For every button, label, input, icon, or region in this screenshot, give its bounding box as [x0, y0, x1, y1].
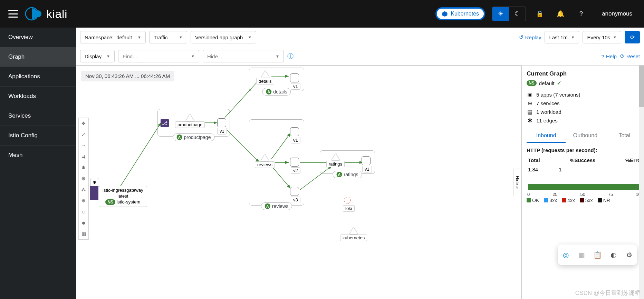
gateway-color-icon	[90, 186, 98, 200]
namespace-select[interactable]: Namespace: default ▼	[80, 31, 146, 43]
watermark: CSDN @今日重到苏澜桥	[575, 289, 641, 297]
notifications-icon[interactable]: 🔔	[554, 7, 567, 21]
wl-ratings-v1[interactable]	[362, 156, 371, 165]
svg-point-1	[35, 10, 41, 17]
chevron-down-icon: ▼	[179, 35, 183, 39]
node-loki[interactable]	[344, 197, 351, 204]
svc-ratings[interactable]: ratings	[326, 153, 345, 167]
hide-input[interactable]: ▼	[203, 50, 284, 62]
svc-productpage[interactable]: productpage	[175, 114, 205, 128]
layout-2-tool[interactable]: ⇉	[79, 151, 88, 162]
find-input[interactable]: ▼	[118, 50, 199, 62]
refresh-icon: ⟳	[630, 34, 635, 41]
fc-clipboard-icon[interactable]: 📋	[593, 250, 602, 260]
sidebar-item-istio-config[interactable]: Istio Config	[0, 126, 76, 146]
legend-tool[interactable]: ▦	[79, 228, 88, 239]
node-kubernetes[interactable]: kubernetes	[340, 227, 367, 241]
replay-button[interactable]: ↺Replay	[519, 34, 541, 40]
wl-reviews-v2[interactable]	[290, 158, 299, 167]
chevron-down-icon: ▼	[191, 54, 195, 58]
svc-details[interactable]: details	[256, 71, 274, 84]
refresh-button[interactable]: ⟳	[625, 31, 640, 43]
tab-total[interactable]: Total	[605, 129, 644, 143]
drag-tool[interactable]: ✥	[79, 118, 88, 129]
face-2-tool[interactable]: ☻	[79, 217, 88, 228]
ns-badge: NS	[105, 199, 115, 205]
theme-light-button[interactable]: ☀	[492, 7, 509, 21]
sidebar-item-workloads[interactable]: Workloads	[0, 87, 76, 106]
security-icon[interactable]: 🔒	[533, 7, 547, 21]
info-icon[interactable]: ⓘ	[287, 52, 294, 60]
traffic-label: Traffic	[154, 34, 168, 40]
time-range-select[interactable]: Last 1m ▼	[545, 31, 579, 43]
sidebar-item-applications[interactable]: Applications	[0, 67, 76, 87]
main-content: Namespace: default ▼ Traffic ▼ Versioned…	[76, 28, 644, 299]
hide-field[interactable]	[207, 53, 273, 59]
nav-toggle-button[interactable]	[8, 10, 18, 18]
graph-type-select[interactable]: Versioned app graph ▼	[191, 31, 256, 43]
reset-button[interactable]: ⟳Reset	[620, 53, 640, 59]
wl-reviews-v1[interactable]	[290, 127, 299, 136]
wl-productpage-v1[interactable]	[217, 118, 226, 127]
graph-filter-toolbar: Display ▼ ▼ ▼ ⓘ ?Help ⟳Reset	[76, 47, 644, 66]
display-select[interactable]: Display ▼	[80, 50, 115, 62]
graph-timestamp: Nov 30, 06:43:26 AM ... 06:44:26 AM	[81, 71, 174, 81]
theme-dark-button[interactable]: ☾	[509, 7, 526, 21]
wl-details-v1[interactable]	[290, 73, 299, 82]
fit-tool[interactable]: ⤢	[79, 129, 88, 140]
fc-target-icon[interactable]: ◎	[561, 250, 570, 260]
metrics-title: HTTP (requests per second):	[527, 147, 644, 153]
col-total: Total	[528, 157, 540, 163]
node-ingressgateway[interactable]: istio-ingressgateway latest NS istio-sys…	[99, 186, 147, 207]
wl-reviews-v3[interactable]	[290, 187, 299, 196]
layout-graph-3-tool[interactable]: ⁂	[79, 184, 88, 195]
group-ratings[interactable]: ratings v1 Aratings	[320, 150, 375, 174]
reset-icon: ⟳	[620, 53, 625, 59]
services-icon: ⊝	[527, 100, 533, 107]
refresh-interval-label: Every 10s	[587, 34, 610, 40]
fc-qr-icon[interactable]: ▦	[577, 250, 586, 260]
cluster-label: Kubernetes	[451, 11, 479, 17]
app-badge-details: Adetails	[262, 88, 291, 96]
layout-graph-4-tool[interactable]: ⁜	[79, 195, 88, 206]
brand-logo[interactable]: kiali	[25, 7, 67, 21]
tab-inbound[interactable]: Inbound	[527, 129, 566, 143]
svg-marker-2	[442, 11, 448, 17]
cluster-selector[interactable]: Kubernetes	[435, 7, 485, 20]
layout-1-tool[interactable]: →	[79, 140, 88, 151]
group-details[interactable]: details v1 Adetails	[249, 68, 304, 91]
refresh-interval-select[interactable]: Every 10s ▼	[583, 31, 621, 43]
namespace-prefix: Namespace:	[85, 34, 114, 40]
wl-label: v1	[217, 128, 227, 134]
sidebar-item-services[interactable]: Services	[0, 106, 76, 126]
sidebar-item-overview[interactable]: Overview	[0, 28, 76, 47]
wl-label: v1	[291, 83, 300, 90]
user-menu[interactable]: anonymous	[602, 10, 632, 17]
sidebar-item-graph[interactable]: Graph	[0, 47, 76, 67]
sidebar-nav: Overview Graph Applications Workloads Se…	[0, 28, 76, 299]
fc-gear-icon[interactable]: ⚙	[624, 250, 634, 260]
help-icon[interactable]: ?	[574, 7, 588, 21]
wl-label: v2	[291, 167, 300, 174]
face-tool[interactable]: ☺	[79, 206, 88, 217]
tab-outbound[interactable]: Outbound	[566, 129, 605, 143]
stat-edges: 11 edges	[536, 118, 558, 123]
traffic-select[interactable]: Traffic ▼	[149, 31, 187, 43]
chevron-down-icon: ▼	[276, 54, 279, 58]
panel-hide-toggle[interactable]: Hide »	[513, 169, 521, 196]
layout-graph-1-tool[interactable]: ✱	[79, 162, 88, 173]
namespace-value: default	[116, 34, 132, 40]
layout-graph-2-tool[interactable]: ❊	[79, 173, 88, 184]
group-reviews[interactable]: reviews v1 v2 v3 Areviews	[249, 119, 304, 206]
group-productpage[interactable]: ⎇ productpage v1 Aproductpage	[157, 109, 230, 137]
graph-canvas[interactable]: Nov 30, 06:43:26 AM ... 06:44:26 AM ✥ ⤢ …	[76, 66, 521, 299]
sidebar-item-mesh[interactable]: Mesh	[0, 146, 76, 165]
svc-reviews[interactable]: reviews	[255, 154, 275, 168]
panel-scrollbar[interactable]	[639, 66, 644, 299]
help-link[interactable]: ?Help	[602, 53, 617, 59]
gw-version: latest	[103, 193, 143, 199]
floating-toolbar[interactable]: ◎ ▦ 📋 ◐ ⚙	[558, 245, 637, 265]
chevron-down-icon: ▼	[613, 35, 617, 39]
find-field[interactable]	[123, 53, 188, 59]
fc-browser-icon[interactable]: ◐	[608, 250, 618, 260]
